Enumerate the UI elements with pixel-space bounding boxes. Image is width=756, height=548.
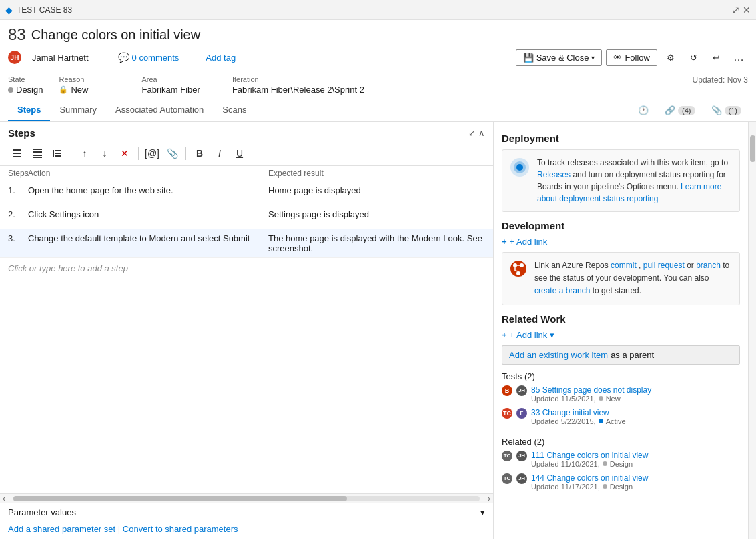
list-item: TC JH 144 Change colors on initial view …: [502, 473, 740, 491]
create-branch-link[interactable]: create a branch: [534, 286, 590, 295]
step-expected[interactable]: The home page is displayed with the Mode…: [268, 233, 485, 253]
svg-rect-9: [55, 155, 61, 157]
wi-link-title[interactable]: 111 Change colors on initial view: [531, 451, 648, 460]
pull-request-link[interactable]: pull request: [643, 261, 685, 270]
title-bar-left: ◆ TEST CASE 83: [5, 5, 72, 15]
deployment-title: Deployment: [502, 133, 740, 144]
dev-add-link-button[interactable]: + + Add link: [502, 237, 740, 247]
related-icon: TC: [502, 473, 512, 484]
related-add-link-button[interactable]: + + Add link ▾: [502, 330, 740, 340]
step-action[interactable]: Click Settings icon: [28, 209, 268, 219]
step-number: 1.: [8, 185, 28, 195]
toolbar-separator-2: [138, 147, 139, 160]
scroll-right-arrow[interactable]: ›: [485, 494, 493, 503]
wi-link-title[interactable]: 85 Settings page does not display: [531, 385, 651, 395]
add-link-dropdown-icon[interactable]: ▾: [550, 330, 554, 340]
releases-link[interactable]: Releases: [537, 170, 571, 179]
related-work-section: Related Work + + Add link ▾ Add an exist…: [502, 313, 740, 491]
add-step-row[interactable]: Click or type here to add a step: [0, 258, 493, 279]
list-item: TC JH 111 Change colors on initial view …: [502, 451, 740, 468]
expand-icon[interactable]: ⤢: [732, 5, 740, 15]
move-down-button[interactable]: ↓: [95, 144, 114, 163]
related-work-title: Related Work: [502, 313, 740, 325]
param-expand-icon[interactable]: ▾: [480, 507, 485, 517]
tab-steps[interactable]: Steps: [8, 99, 50, 121]
development-title: Development: [502, 220, 740, 231]
wi-link-title[interactable]: 33 Change initial view: [531, 408, 626, 417]
refresh-button[interactable]: ↺: [684, 48, 703, 67]
vertical-scrollbar[interactable]: [748, 122, 756, 539]
svg-rect-0: [13, 149, 21, 151]
deployment-section: Deployment To track releases associated …: [502, 133, 740, 212]
add-shared-param-link[interactable]: Add a shared parameter set: [8, 524, 115, 534]
scroll-thumb[interactable]: [13, 496, 347, 501]
add-existing-wi-link[interactable]: Add an existing work item: [509, 350, 608, 360]
iteration-value[interactable]: Fabrikam Fiber\Release 2\Sprint 2: [232, 85, 364, 95]
user-name: Jamal Hartnett: [32, 53, 89, 63]
add-step-button[interactable]: [8, 144, 27, 163]
add-parent-box[interactable]: Add an existing work item as a parent: [502, 345, 740, 365]
save-close-button[interactable]: 💾 Save & Close ▾: [516, 49, 603, 66]
title-bar-label: TEST CASE 83: [17, 5, 72, 15]
wi-link-title[interactable]: 144 Change colors on initial view: [531, 473, 648, 483]
attachments-tab-button[interactable]: 📎 (1): [705, 101, 748, 119]
indent-button[interactable]: [48, 144, 67, 163]
collapse-step-icon[interactable]: ∧: [478, 128, 485, 138]
left-panel: Steps ⤢ ∧ ↑ ↓ ✕ [@] 📎 B: [0, 122, 494, 539]
move-up-button[interactable]: ↑: [75, 144, 94, 163]
step-number: 3.: [8, 233, 28, 243]
save-dropdown-icon[interactable]: ▾: [591, 54, 595, 61]
follow-button[interactable]: 👁 Follow: [606, 49, 657, 66]
comments-link[interactable]: 💬 0 comments: [118, 52, 179, 63]
links-tab-button[interactable]: 🔗 (4): [658, 101, 701, 119]
work-item-number: 83: [8, 25, 26, 44]
more-options-button[interactable]: …: [729, 48, 748, 67]
insert-param-button[interactable]: [@]: [143, 144, 161, 163]
work-item-title[interactable]: Change colors on initial view: [31, 27, 200, 43]
step-action[interactable]: Open the home page for the web site.: [28, 185, 268, 195]
convert-shared-params-link[interactable]: Convert to shared parameters: [123, 524, 238, 534]
table-row: 3. Change the default template to Modern…: [0, 229, 493, 258]
history-tab-button[interactable]: 🕐: [631, 101, 655, 119]
add-tag-button[interactable]: Add tag: [206, 53, 236, 63]
bold-button[interactable]: B: [190, 144, 209, 163]
delete-button[interactable]: ✕: [115, 144, 134, 163]
state-label: State: [8, 75, 43, 83]
expand-step-icon[interactable]: ⤢: [468, 128, 476, 138]
bug-icon: B: [502, 385, 512, 396]
steps-toolbar: ↑ ↓ ✕ [@] 📎 B I U: [0, 141, 493, 166]
undo-button[interactable]: ↩: [707, 48, 725, 67]
italic-button[interactable]: I: [210, 144, 229, 163]
area-value[interactable]: Fabrikam Fiber: [141, 85, 200, 95]
scroll-track: [13, 496, 480, 501]
branch-link[interactable]: branch: [696, 261, 721, 270]
wi-link-meta: Updated 5/22/2015, Active: [531, 417, 626, 425]
reason-value[interactable]: 🔒 New: [59, 85, 88, 95]
save-icon: 💾: [523, 53, 534, 63]
tab-associated-automation[interactable]: Associated Automation: [106, 99, 213, 121]
scrollbar-thumb[interactable]: [750, 135, 755, 162]
attach-button[interactable]: 📎: [163, 144, 181, 163]
svg-rect-4: [33, 151, 42, 153]
insert-step-above-button[interactable]: [28, 144, 47, 163]
toolbar-separator-1: [71, 147, 71, 160]
horizontal-scrollbar[interactable]: ‹ ›: [0, 493, 493, 503]
area-label: Area: [141, 75, 200, 83]
step-action[interactable]: Change the default template to Modern an…: [28, 233, 268, 243]
settings-button[interactable]: ⚙: [661, 48, 680, 67]
tab-summary[interactable]: Summary: [50, 99, 106, 121]
wi-link-meta: Updated 11/17/2021, Design: [531, 483, 648, 491]
close-icon[interactable]: ✕: [743, 5, 751, 15]
underline-button[interactable]: U: [230, 144, 249, 163]
step-expected[interactable]: Home page is displayed: [268, 185, 485, 195]
state-value[interactable]: Design: [8, 85, 43, 95]
tab-scans[interactable]: Scans: [213, 99, 256, 121]
git-icon: [509, 259, 528, 298]
commit-link[interactable]: commit: [611, 261, 637, 270]
ado-logo-icon: ◆: [5, 5, 13, 15]
avatar: F: [516, 408, 527, 419]
step-expected[interactable]: Settings page is displayed: [268, 209, 485, 219]
iteration-label: Iteration: [232, 75, 364, 83]
col-expected-header: Expected result: [268, 169, 485, 178]
scroll-left-arrow[interactable]: ‹: [0, 494, 8, 503]
